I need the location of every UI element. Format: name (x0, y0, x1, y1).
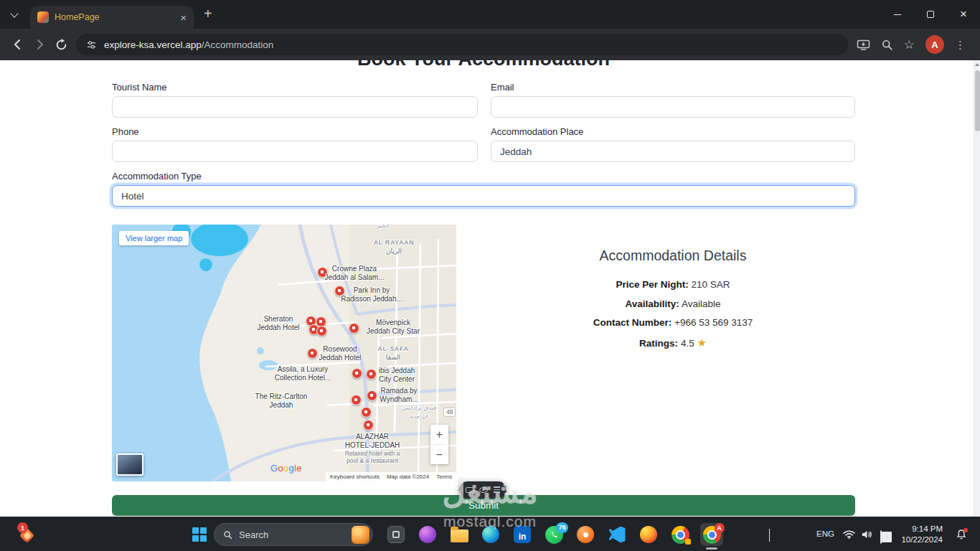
tray-expand-button[interactable] (769, 529, 770, 551)
taskbar-corner-notification[interactable]: 1 (16, 524, 37, 545)
battery-indicator[interactable] (880, 531, 882, 551)
wifi-indicator[interactable] (842, 529, 856, 551)
taskbar-app-chrome-active[interactable]: A (700, 523, 723, 546)
forward-button[interactable] (29, 34, 50, 55)
widget-camera-icon[interactable] (466, 487, 473, 493)
window-maximize-button[interactable] (914, 0, 947, 29)
install-app-icon[interactable] (857, 39, 870, 51)
menu-kebab-icon[interactable]: ⋮ (955, 39, 966, 50)
taskbar-app-photos[interactable] (416, 523, 439, 546)
hotel-map-pin[interactable] (366, 369, 377, 380)
map-hotel-label[interactable]: Assila, a Luxury Collection Hotel... (275, 365, 331, 382)
tourist-name-input[interactable] (112, 96, 478, 118)
search-lens-icon[interactable] (881, 39, 893, 51)
page-content: Book Your Accommodation Tourist Name Ema… (0, 60, 980, 517)
map-hotel-label[interactable]: Mövenpick Jeddah City Star (367, 319, 420, 335)
url-path: /Accommodation (202, 39, 274, 50)
star-icon: ★ (697, 336, 706, 349)
map-hotel-label[interactable]: Park Inn by Radisson Jeddah... (341, 286, 402, 303)
hotel-map-pin[interactable] (352, 368, 362, 379)
search-highlight-image[interactable] (352, 526, 369, 544)
windows-logo-icon (192, 527, 207, 542)
vscode-icon (609, 527, 626, 543)
submit-button[interactable]: Submit (112, 495, 855, 516)
hotel-map-pin[interactable] (367, 390, 377, 401)
map-hotel-label[interactable]: Rosewood Jeddah Hotel (319, 345, 362, 362)
street-view-thumbnail[interactable] (116, 453, 143, 476)
details-title: Accommodation Details (491, 248, 855, 264)
terms-link[interactable]: Terms (436, 474, 452, 480)
map-area-label: الكبر (377, 225, 390, 230)
browser-titlebar: HomePage × + ─ × (0, 0, 980, 29)
map-hotel-label[interactable]: Sheraton Jeddah Hotel (258, 315, 300, 331)
speaker-icon (861, 529, 873, 540)
email-label: Email (491, 82, 855, 93)
browser-tab[interactable]: HomePage × (30, 6, 194, 29)
start-button[interactable] (188, 523, 211, 546)
tab-search-button[interactable] (7, 8, 22, 22)
phone-label: Phone (112, 126, 478, 137)
phone-input[interactable] (112, 141, 478, 162)
taskbar-app-orange[interactable] (574, 523, 597, 546)
email-input[interactable] (491, 96, 855, 118)
taskbar-app-file-explorer[interactable] (448, 523, 471, 546)
hotel-map-pin[interactable] (361, 407, 372, 418)
taskbar-app-edge[interactable] (479, 523, 502, 546)
map-hotel-label[interactable]: The Ritz-Carlton Jeddah (255, 392, 308, 409)
profile-avatar[interactable]: A (925, 35, 944, 54)
taskbar-search[interactable]: Search (214, 523, 373, 546)
accommodation-type-label: Accommodation Type (112, 171, 855, 182)
taskbar-app-vscode[interactable] (606, 523, 628, 546)
google-logo[interactable]: Google (270, 463, 302, 474)
widget-menu-icon[interactable] (494, 486, 500, 493)
wifi-icon (842, 529, 856, 540)
google-map-embed[interactable]: الكبر AL RAYAAN الريان Crowne Plaza Jedd… (112, 225, 456, 481)
zoom-in-button[interactable]: + (430, 425, 448, 444)
tourist-name-label: Tourist Name (112, 82, 478, 93)
url-text: explore-ksa.vercel.app/Accommodation (104, 38, 273, 51)
taskbar-app-linkedin[interactable]: in (511, 523, 534, 546)
map-hotel-label[interactable]: Crowne Plaza Jeddah al Salam... (325, 265, 385, 281)
map-hotel-label[interactable]: ibis Jeddah City Center (379, 367, 415, 383)
view-larger-map-link[interactable]: View larger map (119, 231, 189, 245)
accommodation-type-input[interactable] (112, 185, 855, 207)
folder-icon (451, 529, 468, 542)
window-minimize-button[interactable]: ─ (881, 0, 914, 29)
bookmark-star-icon[interactable]: ☆ (904, 39, 915, 51)
taskbar-app-chrome[interactable] (669, 523, 692, 546)
map-hotel-label[interactable]: Ramada by Wyndham... (380, 387, 418, 403)
scrollbar-thumb[interactable] (975, 70, 980, 131)
firefox-icon (640, 526, 657, 543)
taskbar-clock[interactable]: 9:14 PM 10/22/2024 (895, 524, 943, 545)
forward-arrow-icon (33, 38, 46, 51)
url-bar[interactable]: explore-ksa.vercel.app/Accommodation (76, 34, 848, 55)
scrollbar-up-arrow[interactable] (974, 60, 980, 69)
widget-eye-icon[interactable] (479, 487, 488, 493)
new-tab-button[interactable]: + (204, 6, 212, 21)
floating-widget-pill (459, 481, 507, 498)
site-info-icon[interactable] (86, 39, 97, 50)
hotel-map-pin[interactable] (316, 326, 327, 336)
zoom-out-button[interactable]: − (430, 445, 448, 464)
taskbar-app-whatsapp[interactable]: 76 (542, 523, 565, 546)
hotel-map-pin[interactable] (307, 348, 318, 359)
search-placeholder: Search (239, 529, 345, 540)
reload-icon (55, 39, 67, 51)
hotel-map-pin[interactable] (351, 395, 362, 405)
map-hotel-label[interactable]: ALAZHAR HOTEL-JEDDAH (345, 433, 400, 449)
reload-button[interactable] (50, 34, 72, 55)
notification-center[interactable] (956, 529, 967, 551)
volume-indicator[interactable] (861, 529, 873, 551)
keyboard-shortcuts-link[interactable]: Keyboard shortcuts (330, 474, 380, 480)
chevron-down-icon (10, 9, 18, 17)
route-shield: 48 (443, 408, 456, 417)
hotel-map-pin[interactable] (363, 420, 374, 430)
hotel-map-pin[interactable] (349, 323, 359, 334)
accommodation-place-input[interactable] (491, 141, 855, 162)
taskbar-app-camera[interactable] (385, 523, 407, 546)
taskbar-app-firefox[interactable] (637, 523, 660, 546)
tab-close-icon[interactable]: × (180, 12, 187, 23)
back-button[interactable] (7, 34, 29, 55)
window-close-button[interactable]: × (947, 0, 980, 29)
language-indicator[interactable]: ENG (816, 529, 834, 551)
